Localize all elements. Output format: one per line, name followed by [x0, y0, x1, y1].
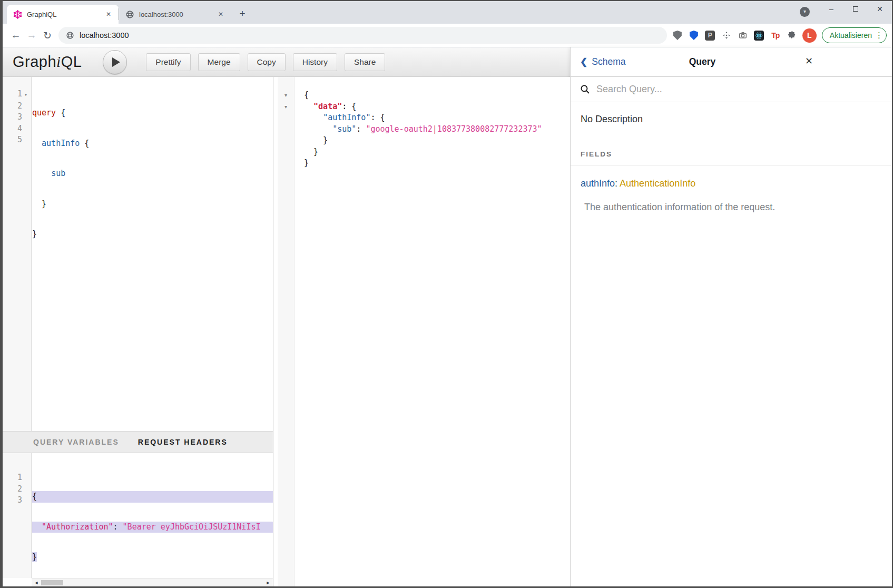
move-crosshair-icon[interactable] [721, 30, 732, 41]
divider [571, 165, 892, 165]
code-line: } [32, 229, 273, 240]
code-line: } [304, 158, 570, 169]
tab-request-headers[interactable]: REQUEST HEADERS [138, 438, 228, 446]
scroll-left-icon[interactable]: ◄ [33, 579, 40, 586]
extensions-row: P Tp [672, 30, 797, 41]
query-pane: 1▾ 2 3 4 5 query { authInfo { sub } } [3, 77, 273, 586]
forward-button[interactable]: → [24, 27, 40, 43]
search-icon [580, 84, 590, 94]
profile-avatar[interactable]: L [802, 28, 817, 43]
window-controls: – ✕ [819, 1, 892, 17]
extensions-puzzle-icon[interactable] [787, 30, 797, 41]
doc-fields-label: FIELDS [571, 150, 892, 158]
new-tab-button[interactable]: + [235, 7, 250, 22]
address-bar[interactable]: localhost:3000 [58, 27, 667, 44]
ublock-icon[interactable] [672, 30, 683, 41]
graphiql-app: GraphiQL Prettify Merge Copy History Sha… [3, 47, 892, 586]
doc-title: Query [571, 56, 834, 67]
code-line: query { [32, 107, 273, 119]
code-line: } [304, 146, 570, 158]
p-extension-icon[interactable]: P [705, 30, 715, 41]
doc-body: No Description FIELDS authInfo: Authenti… [571, 102, 892, 586]
doc-field-row: authInfo: AuthenticationInfo [571, 178, 892, 189]
tab-localhost[interactable]: localhost:3000 ✕ [119, 5, 231, 24]
doc-explorer: ❮ Schema Query ✕ No Description FIELDS a… [570, 47, 892, 586]
headers-editor-gutter: 1 2 3 [3, 453, 32, 578]
bitwarden-icon[interactable] [689, 30, 699, 41]
overflow-menu-icon[interactable]: ⋮ [875, 31, 883, 40]
close-window-button[interactable]: ✕ [868, 1, 892, 17]
refresh-extension-button[interactable]: Aktualisieren ⋮ [822, 27, 887, 43]
field-name-link[interactable]: authInfo [581, 178, 615, 189]
react-devtools-icon[interactable] [754, 30, 764, 41]
code-line: "authInfo": { [304, 112, 570, 124]
execute-button[interactable] [103, 50, 127, 74]
reload-button[interactable]: ↻ [40, 27, 55, 43]
minimize-button[interactable]: – [819, 1, 843, 17]
tab-title: localhost:3000 [139, 11, 216, 18]
graphiql-main: GraphiQL Prettify Merge Copy History Sha… [3, 47, 570, 586]
scrollbar-thumb[interactable] [41, 580, 63, 585]
merge-button[interactable]: Merge [198, 53, 240, 71]
field-type-link[interactable]: AuthenticationInfo [620, 178, 695, 189]
site-globe-icon [66, 31, 74, 40]
doc-explorer-header: ❮ Schema Query ✕ [571, 47, 892, 77]
doc-search-row [571, 77, 892, 102]
horizontal-scrollbar[interactable]: ◄ ► [32, 578, 273, 586]
graphiql-logo: GraphiQL [13, 53, 82, 71]
url-text: localhost:3000 [80, 31, 129, 40]
doc-close-icon[interactable]: ✕ [805, 55, 813, 67]
browser-navbar: ← → ↻ localhost:3000 P Tp [3, 24, 892, 47]
copy-button[interactable]: Copy [248, 53, 286, 71]
fold-arrow-icon[interactable]: ▾ [278, 90, 294, 101]
history-button[interactable]: History [293, 53, 337, 71]
camera-icon[interactable] [738, 30, 748, 41]
tab-title: GraphiQL [27, 11, 104, 18]
tab-graphiql[interactable]: GraphiQL ✕ [7, 5, 119, 24]
editors-area: 1▾ 2 3 4 5 query { authInfo { sub } } [3, 77, 570, 586]
query-editor[interactable]: 1▾ 2 3 4 5 query { authInfo { sub } } [3, 77, 273, 431]
response-pane: ▾ ▾ { "data": { "authInfo": { "sub": "go… [273, 77, 570, 586]
code-line: } [32, 552, 273, 563]
code-line: "sub": "google-oauth2|108377380082777232… [304, 124, 570, 135]
code-line: authInfo { [32, 138, 273, 150]
graphiql-topbar: GraphiQL Prettify Merge Copy History Sha… [3, 47, 570, 77]
tab-query-variables[interactable]: QUERY VARIABLES [33, 438, 119, 446]
query-code[interactable]: query { authInfo { sub } } [32, 89, 273, 259]
prettify-button[interactable]: Prettify [146, 53, 190, 71]
code-line: "Authorization": "Bearer eyJhbGciOiJSUzI… [32, 522, 273, 533]
doc-no-description: No Description [571, 114, 892, 125]
back-button[interactable]: ← [8, 27, 24, 43]
headers-code[interactable]: { "Authorization": "Bearer eyJhbGciOiJSU… [32, 472, 273, 582]
tab-close-icon[interactable]: ✕ [104, 9, 113, 19]
play-icon [112, 57, 120, 67]
response-viewer[interactable]: { "data": { "authInfo": { "sub": "google… [304, 90, 570, 169]
maximize-icon [853, 6, 858, 12]
share-button[interactable]: Share [345, 53, 385, 71]
code-line: { [32, 491, 273, 503]
request-headers-editor[interactable]: 1 2 3 { "Authorization": "Bearer eyJhbGc… [3, 453, 273, 578]
tp-extension-icon[interactable]: Tp [770, 30, 781, 41]
refresh-label: Aktualisieren [830, 31, 872, 40]
fold-arrow-icon[interactable]: ▾ [278, 101, 294, 113]
maximize-button[interactable] [843, 1, 868, 17]
globe-icon [125, 10, 134, 19]
code-line: } [304, 135, 570, 146]
tab-close-icon[interactable]: ✕ [216, 9, 225, 19]
query-editor-gutter: 1▾ 2 3 4 5 [3, 77, 32, 431]
secondary-editor-tabs: QUERY VARIABLES REQUEST HEADERS [3, 431, 273, 453]
code-line: "data": { [304, 101, 570, 113]
graphql-logo-icon [13, 10, 22, 19]
code-line: { [304, 90, 570, 101]
code-line: sub [32, 168, 273, 180]
tab-search-button[interactable]: ▾ [800, 7, 810, 17]
field-description: The authentication information of the re… [571, 202, 892, 213]
response-fold-gutter: ▾ ▾ [278, 77, 295, 586]
scroll-right-icon[interactable]: ► [264, 579, 272, 586]
fold-arrow-icon[interactable]: ▾ [22, 89, 30, 101]
code-line: } [32, 199, 273, 210]
doc-search-input[interactable] [596, 84, 838, 95]
tab-strip: GraphiQL ✕ localhost:3000 ✕ + ▾ – ✕ [3, 1, 892, 24]
browser-window: GraphiQL ✕ localhost:3000 ✕ + ▾ – ✕ ← → … [3, 1, 892, 586]
